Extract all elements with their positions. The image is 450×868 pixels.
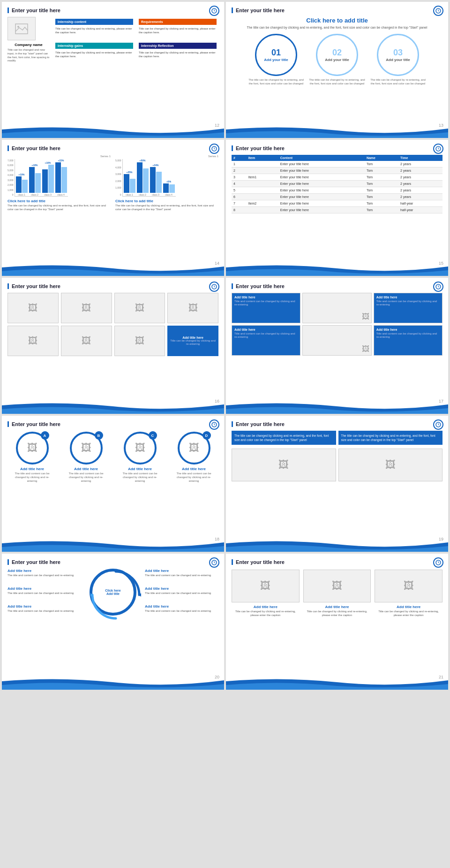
circ-letter-A: A bbox=[41, 431, 49, 440]
circles-row-13: 01 Add your title The title can be chang… bbox=[232, 34, 442, 86]
slide-18: Enter your title here A 🖼 Add title here… bbox=[2, 416, 224, 552]
slide-17: Enter your title here Add title here Tit… bbox=[226, 278, 448, 414]
slide-num-17: 17 bbox=[439, 399, 443, 404]
table-cell: 2 years bbox=[398, 194, 442, 200]
left-item-text-1: The title and content can be changed and… bbox=[8, 574, 81, 578]
circ-img-D: 🖼 bbox=[189, 442, 199, 454]
slide-13: Enter your title here Click here to add … bbox=[226, 2, 448, 138]
th-time: Time bbox=[398, 155, 442, 161]
card-text-21-1: Title can be changed by clicking and re-… bbox=[232, 610, 300, 617]
img-row-19: 🖼 🖼 bbox=[232, 449, 442, 481]
chart1-ylabels: 7,0006,0005,0004,0003,0002,0001,0000 bbox=[8, 159, 14, 197]
left-items-20: Add title here The title and content can… bbox=[8, 569, 81, 616]
circle-title-1: Add your title bbox=[264, 58, 288, 62]
card-21-3: 🖼 Add title here Title can be changed by… bbox=[375, 570, 442, 617]
circ-img-C: 🖼 bbox=[135, 442, 145, 454]
wave-19 bbox=[226, 539, 448, 552]
right-item-text-2: The title and content can be changed and… bbox=[145, 592, 218, 595]
wave-20 bbox=[2, 677, 224, 690]
wave-13 bbox=[226, 125, 448, 138]
left-item-3: Add title here The title and content can… bbox=[8, 604, 81, 613]
table-row: 3Item1Enter your title hereTom2 years bbox=[232, 174, 442, 181]
table-cell: 2 years bbox=[398, 187, 442, 194]
slide-num-19: 19 bbox=[439, 537, 443, 541]
chart2-legend: Series 1 bbox=[115, 155, 218, 158]
chart1-legend: Series 1 bbox=[8, 155, 111, 158]
table-cell: Tom bbox=[365, 161, 398, 168]
circ-item-C: C 🖼 Add title here The title and content… bbox=[119, 432, 161, 483]
th-name: Name bbox=[365, 155, 398, 161]
slide-18-icon bbox=[209, 419, 219, 430]
left-item-2: Add title here The title and content can… bbox=[8, 586, 81, 595]
table-cell: Enter your title here bbox=[278, 181, 365, 187]
chart1-bars: +10%class 1 +18%class 2 +16%class 3 +22%… bbox=[15, 159, 68, 197]
circ-wrap-C: C 🖼 bbox=[124, 432, 157, 464]
card-text-21-3: Title can be changed by clicking and re-… bbox=[375, 610, 442, 617]
wave-18 bbox=[2, 539, 224, 552]
right-item-title-1: Add title here bbox=[145, 569, 218, 573]
table-cell: Enter your title here bbox=[278, 200, 365, 207]
table-cell: Enter your title here bbox=[278, 168, 365, 174]
img-box-4: 🖼 bbox=[167, 293, 218, 323]
data-table: # Item Content Name Time 1Enter your tit… bbox=[232, 155, 442, 213]
svg-point-2 bbox=[17, 26, 19, 28]
slide-12-icon bbox=[209, 6, 219, 16]
table-cell: Enter your title here bbox=[278, 187, 365, 194]
table-row: 1Enter your title hereTom2 years bbox=[232, 161, 442, 168]
card-text-21-2: Title can be changed by clicking and re-… bbox=[303, 610, 371, 617]
circle-title-3: Add your title bbox=[386, 58, 410, 62]
cycle-layout-20: Add title here The title and content can… bbox=[8, 569, 218, 616]
slide-21-icon bbox=[433, 557, 443, 568]
cell-title-17-4: Add title here bbox=[234, 328, 255, 331]
right-item-text-1: The title and content can be changed and… bbox=[145, 574, 218, 578]
table-cell: Tom bbox=[365, 168, 398, 174]
chart1-desc: The title can be changed by clicking and… bbox=[8, 204, 111, 212]
company-name: Company name bbox=[8, 43, 50, 47]
highlighted-title: Add title here bbox=[180, 336, 205, 339]
slide-num-18: 18 bbox=[215, 537, 219, 541]
table-cell: 5 bbox=[232, 187, 247, 194]
table-cell: Enter your title here bbox=[278, 174, 365, 181]
card-img-21-3: 🖼 bbox=[375, 570, 442, 602]
cell-text-17-3: Title and content can be changed by clic… bbox=[376, 300, 440, 306]
circle-outer-2: 02 Add your title bbox=[316, 34, 358, 76]
right-item-2: Add title here The title and content can… bbox=[145, 586, 218, 595]
image-grid-16: 🖼 🖼 🖼 🖼 🖼 🖼 🖼 Add title here Title can b… bbox=[8, 293, 218, 356]
table-row: 7Item2Enter your title hereTomhalf-year bbox=[232, 200, 442, 207]
slide-17-icon bbox=[433, 282, 443, 292]
cycle-circle-20: Click here Add title bbox=[90, 569, 136, 616]
slide-19-icon bbox=[433, 419, 443, 430]
right-items-20: Add title here The title and content can… bbox=[145, 569, 218, 616]
slide-15-title: Enter your title here bbox=[232, 145, 442, 151]
wave-15 bbox=[226, 263, 448, 276]
slide-15-icon bbox=[433, 144, 443, 154]
table-cell: half-year bbox=[398, 200, 442, 207]
right-item-text-3: The title and content can be changed and… bbox=[145, 609, 218, 613]
wave-21 bbox=[226, 677, 448, 690]
left-item-title-1: Add title here bbox=[8, 569, 81, 573]
table-row: 6Enter your title hereTom2 years bbox=[232, 194, 442, 200]
circle-item-3: 03 Add your title The title can be chang… bbox=[370, 34, 426, 86]
card-21-2: 🖼 Add title here Title can be changed by… bbox=[303, 570, 371, 617]
slide-grid: Enter your title here Company name Title… bbox=[0, 0, 450, 692]
slide-num-20: 20 bbox=[215, 675, 219, 679]
left-item-title-3: Add title here bbox=[8, 604, 81, 609]
chart2-wrap: Series 1 5,0004,0003,0002,0001,0000 +25%… bbox=[115, 155, 218, 212]
right-item-3: Add title here The title and content can… bbox=[145, 604, 218, 613]
highlighted-text: Title can be changed by clicking and re-… bbox=[168, 339, 218, 346]
chart2-bars: +25%class 1 +50%class 2 +34%class 3 +5%c… bbox=[122, 159, 176, 197]
slide-12: Enter your title here Company name Title… bbox=[2, 2, 224, 138]
circ-wrap-B: B 🖼 bbox=[70, 432, 103, 464]
slide-21-title: Enter your title here bbox=[232, 559, 442, 565]
chart1-wrap: Series 1 7,0006,0005,0004,0003,0002,0001… bbox=[8, 155, 111, 212]
img-box-2: 🖼 bbox=[61, 293, 112, 323]
table-cell: 4 bbox=[232, 181, 247, 187]
wave-16 bbox=[2, 401, 224, 414]
circ-item-D: D 🖼 Add title here The title and content… bbox=[173, 432, 215, 483]
cell-text-17-1: Title and content can be changed by clic… bbox=[234, 300, 298, 306]
left-item-1: Add title here The title and content can… bbox=[8, 569, 81, 578]
img-ph-19-1: 🖼 bbox=[232, 449, 336, 481]
box-gains: Internship gains Title can be changed by… bbox=[53, 41, 135, 63]
wave-14 bbox=[2, 263, 224, 276]
slide-16-title: Enter your title here bbox=[8, 283, 218, 289]
